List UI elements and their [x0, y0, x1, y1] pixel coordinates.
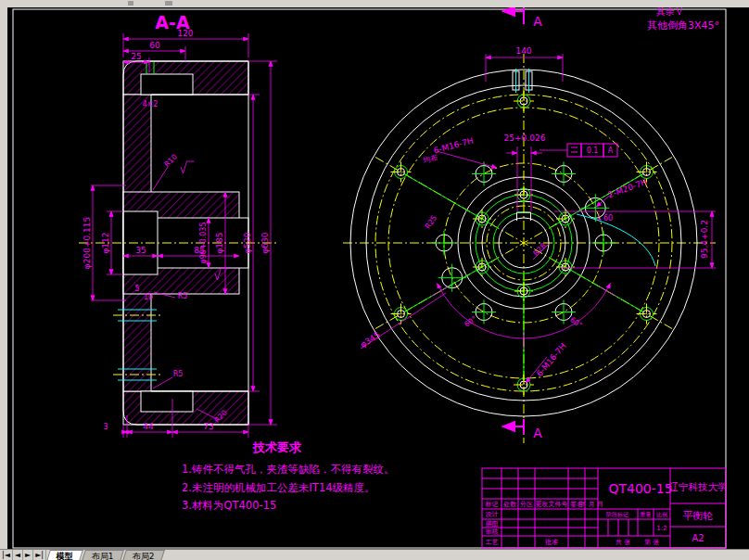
tab-nav-prev-button[interactable]: ◄: [13, 550, 23, 560]
dim-73: 73: [203, 422, 213, 431]
col-date: 年 月 日: [579, 501, 603, 508]
tab-nav-next-button[interactable]: ►: [23, 550, 33, 560]
tab-model[interactable]: 模型: [46, 550, 83, 560]
tab-nav-last-button[interactable]: ►|: [33, 550, 46, 560]
rim-groove-bottom: [141, 391, 193, 412]
dim-dia200: φ200+0.115: [83, 217, 92, 269]
tab-nav-first-button[interactable]: |◄: [0, 550, 13, 560]
dim-dia520: φ520: [243, 232, 252, 253]
dim-140: 140: [515, 46, 531, 56]
angle-60-right: 60°: [568, 315, 584, 330]
drawing-canvas[interactable]: A-A 120 60 25 φ200+0.115 φ112 35 85 φ90+…: [0, 0, 749, 549]
leader-r5-hub: R5: [178, 292, 188, 300]
dim-35: 35: [135, 246, 146, 255]
chamfer-note: 其他倒角3X45°: [647, 19, 719, 32]
col-zone: 分区: [519, 501, 533, 508]
tech-item-1: 1.铸件不得气孔，夹渣等缺陷，不得有裂纹。: [182, 463, 394, 476]
row-approve: 批准: [545, 539, 558, 546]
surface-finish-icon: [181, 161, 195, 173]
leader-r10: R10: [162, 152, 179, 169]
tolerance-frame: 0.1 A: [567, 144, 617, 157]
depth-60: 60: [603, 214, 613, 223]
section-mark-a-top: A: [533, 14, 542, 29]
organization: 辽宁科技大学: [669, 481, 728, 492]
part-number: QT400-15: [608, 481, 672, 496]
angle-60-left: 60°: [463, 314, 478, 329]
leader-r5-rim: R5: [173, 370, 184, 378]
dim-3: 3: [103, 423, 108, 431]
dim-groove: 4×2: [143, 100, 159, 108]
row-trace: 描图: [486, 520, 499, 528]
sheets-total: 共 张: [616, 539, 630, 546]
col-doc-no: 更改文件号: [536, 500, 568, 508]
scale-label: 比例: [656, 511, 667, 518]
surface-note-prefix: 其余: [656, 6, 675, 17]
front-view: 0.1 A A A 140 6-M16-7H 均布 2-M20-7H 60 25…: [343, 7, 716, 443]
stage-label: 阶段标记: [606, 511, 628, 518]
tab-layout1[interactable]: 布局1: [82, 550, 124, 560]
dim-954: 95.4+0.2: [700, 220, 709, 259]
section-view-a-a: A-A 120 60 25 φ200+0.115 φ112 35 85 φ90+…: [79, 12, 278, 438]
tolerance-value: 0.1: [587, 146, 599, 155]
window-top-edge: [0, 0, 749, 7]
dim-60: 60: [149, 41, 160, 50]
dim-dia630: φ630: [260, 232, 270, 253]
dim-dia90: φ90+0.035: [199, 222, 208, 263]
row-design: 设计: [486, 511, 499, 518]
tech-item-3: 3.材料为QT400-15: [182, 499, 276, 512]
window-left-edge: [0, 7, 7, 549]
dim-120: 120: [177, 29, 193, 38]
scrollbar-tick: [128, 1, 133, 6]
row-check: 审核: [486, 528, 499, 536]
col-count: 处数: [503, 501, 517, 508]
dim-44: 44: [143, 422, 154, 431]
tolerance-datum: A: [608, 146, 614, 155]
row-process: 工艺: [486, 539, 499, 546]
col-mark: 标记: [485, 501, 499, 508]
scale-value: 1:2: [656, 525, 666, 532]
dim-25: 25: [131, 52, 141, 61]
front-view-dimensions: [361, 54, 716, 383]
dim-dia345: φ345: [359, 330, 382, 350]
dim-5: 5: [134, 285, 139, 293]
scrollbar-tick: [165, 1, 172, 6]
break-line: [577, 214, 655, 266]
dim-dia112: φ112: [101, 232, 110, 253]
thread-callout-top-note: 均布: [421, 153, 438, 165]
tech-title: 技术要求: [252, 440, 302, 454]
dim-10: 10: [144, 293, 153, 301]
dim-25-keyway: 25+0.026: [504, 134, 546, 143]
weight-label: 重量: [640, 511, 652, 517]
leader-r25: R25: [424, 214, 438, 231]
sheet-size: A2: [692, 533, 704, 543]
technical-requirements: 技术要求 1.铸件不得气孔，夹渣等缺陷，不得有裂纹。 2.未注明的机械加工公差未…: [182, 440, 394, 512]
tech-item-2: 2.未注明的机械加工公差未IT14级精度。: [182, 481, 375, 494]
layout-tab-bar: |◄ ◄ ► ►| 模型 布局1 布局2: [0, 549, 749, 560]
rim-groove-top: [141, 74, 193, 95]
section-mark-a-bottom: A: [533, 426, 542, 440]
part-name: 平衡轮: [683, 510, 714, 522]
thread-callout-m20: 2-M20-7H: [607, 177, 649, 199]
title-block: 标记 处数 分区 更改文件号 签名 年 月 日 设计 描图 审核 工艺 批准 Q…: [482, 468, 728, 548]
cad-application-window: A-A 120 60 25 φ200+0.115 φ112 35 85 φ90+…: [0, 0, 749, 560]
dim-dia185: φ185: [215, 232, 224, 253]
tab-layout2[interactable]: 布局2: [122, 550, 165, 560]
thread-callout-top: 6-M16-7H: [433, 136, 475, 156]
sheet-number: 第 张: [644, 539, 659, 546]
